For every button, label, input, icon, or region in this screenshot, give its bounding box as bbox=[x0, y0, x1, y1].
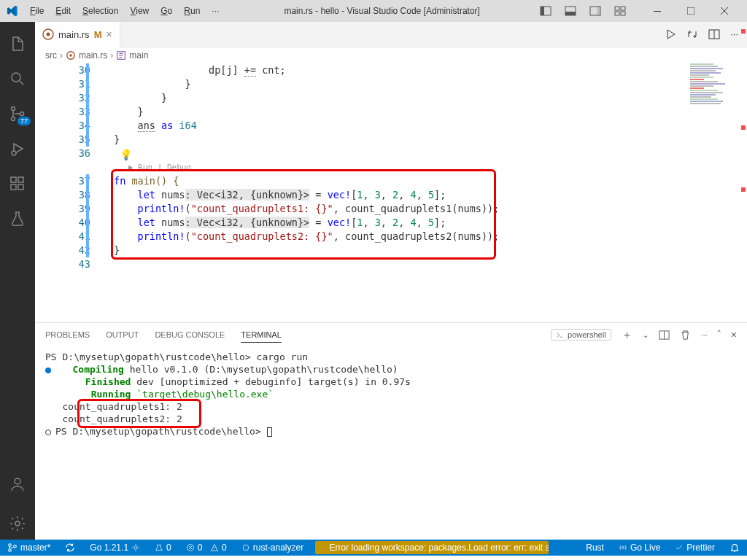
status-language[interactable]: Rust bbox=[583, 542, 607, 553]
svg-point-30 bbox=[9, 544, 12, 547]
extensions-icon[interactable] bbox=[0, 168, 35, 200]
svg-rect-9 bbox=[621, 12, 625, 15]
status-go-live[interactable]: Go Live bbox=[616, 542, 663, 553]
explorer-icon[interactable] bbox=[0, 28, 35, 60]
svg-point-21 bbox=[15, 478, 20, 484]
testing-icon[interactable] bbox=[0, 203, 35, 235]
svg-point-32 bbox=[14, 545, 17, 548]
terminal-overview-ruler bbox=[737, 23, 747, 560]
menu-selection[interactable]: Selection bbox=[77, 3, 123, 19]
terminal-line: count_quadruplets2: 2 bbox=[45, 413, 737, 425]
breadcrumb-symbol[interactable]: main bbox=[129, 50, 148, 61]
svg-point-16 bbox=[12, 151, 16, 155]
svg-point-12 bbox=[12, 73, 20, 82]
tab-main-rs[interactable]: main.rs M × bbox=[35, 22, 120, 47]
editor-content[interactable]: 30 31 32 33 34 35 36 37 38 39 40 41 42 4… bbox=[35, 63, 747, 322]
terminal-line: Running `target\debug\hello.exe` bbox=[45, 388, 737, 400]
split-terminal-icon[interactable] bbox=[659, 330, 670, 341]
status-warning-message[interactable]: Error loading workspace: packages.Load e… bbox=[315, 541, 549, 554]
terminal-line: Finished dev [unoptimized + debuginfo] t… bbox=[45, 376, 737, 388]
svg-rect-11 bbox=[687, 7, 694, 15]
status-go-version[interactable]: Go 1.21.1 bbox=[87, 542, 143, 553]
tab-close-icon[interactable]: × bbox=[106, 28, 112, 40]
rust-file-icon bbox=[66, 50, 76, 61]
search-icon[interactable] bbox=[0, 63, 35, 95]
panel-tab-problems[interactable]: PROBLEMS bbox=[45, 327, 90, 342]
split-editor-icon[interactable] bbox=[708, 28, 720, 40]
accounts-icon[interactable] bbox=[0, 468, 35, 500]
svg-point-31 bbox=[9, 549, 12, 552]
status-analyzing[interactable]: 0 bbox=[152, 542, 174, 553]
menu-more[interactable]: ··· bbox=[206, 3, 224, 19]
menu-run[interactable]: Run bbox=[179, 3, 205, 19]
line-number: 30 bbox=[35, 63, 90, 77]
line-number: 36 bbox=[35, 147, 90, 160]
breadcrumb[interactable]: src › main.rs › main bbox=[35, 47, 747, 63]
line-number: 31 bbox=[35, 77, 90, 91]
panel-tab-output[interactable]: OUTPUT bbox=[106, 327, 139, 342]
status-rust-analyzer[interactable]: rust-analyzer bbox=[239, 542, 306, 553]
status-branch[interactable]: master* bbox=[4, 542, 53, 553]
panel-tab-terminal[interactable]: TERMINAL bbox=[241, 327, 282, 343]
chevron-right-icon: › bbox=[60, 50, 63, 61]
svg-rect-5 bbox=[597, 7, 600, 15]
breadcrumb-src[interactable]: src bbox=[45, 50, 57, 61]
close-panel-icon[interactable]: × bbox=[731, 329, 737, 341]
settings-gear-icon[interactable] bbox=[0, 508, 35, 540]
menu-bar: File Edit Selection View Go Run ··· bbox=[25, 3, 224, 19]
svg-point-36 bbox=[622, 547, 624, 549]
kill-terminal-icon[interactable] bbox=[680, 330, 691, 341]
menu-go[interactable]: Go bbox=[155, 3, 177, 19]
vscode-icon bbox=[6, 5, 18, 17]
terminal-dropdown-icon[interactable]: ⌄ bbox=[643, 331, 649, 339]
line-number: 40 bbox=[35, 216, 90, 230]
terminal-shell-selector[interactable]: powershell bbox=[551, 329, 611, 341]
line-number: 37 bbox=[35, 174, 90, 188]
close-button[interactable] bbox=[708, 0, 741, 22]
title-bar: File Edit Selection View Go Run ··· main… bbox=[0, 0, 747, 22]
source-control-icon[interactable]: 77 bbox=[0, 98, 35, 130]
svg-rect-17 bbox=[11, 177, 16, 182]
status-sync[interactable] bbox=[62, 542, 78, 553]
minimize-button[interactable] bbox=[640, 0, 674, 22]
minimap[interactable] bbox=[690, 63, 737, 151]
gutter: 30 31 32 33 34 35 36 37 38 39 40 41 42 4… bbox=[35, 63, 105, 271]
line-number: 34 bbox=[35, 119, 90, 133]
tab-modified-indicator: M bbox=[94, 29, 102, 40]
svg-point-14 bbox=[12, 117, 15, 121]
panel-tab-debug[interactable]: DEBUG CONSOLE bbox=[155, 327, 225, 342]
svg-rect-7 bbox=[621, 7, 625, 10]
menu-edit[interactable]: Edit bbox=[50, 3, 76, 19]
status-prettier[interactable]: Prettier bbox=[672, 542, 718, 553]
menu-file[interactable]: File bbox=[25, 3, 49, 19]
customize-layout-icon[interactable] bbox=[614, 5, 626, 17]
toggle-secondary-icon[interactable] bbox=[589, 5, 601, 17]
line-number: 35 bbox=[35, 133, 90, 147]
diff-icon[interactable] bbox=[686, 28, 698, 40]
svg-rect-6 bbox=[615, 7, 619, 10]
more-terminal-icon[interactable]: ··· bbox=[701, 330, 708, 339]
svg-point-24 bbox=[47, 33, 50, 36]
svg-rect-19 bbox=[18, 184, 23, 190]
toggle-panel-icon[interactable] bbox=[565, 5, 576, 17]
maximize-panel-icon[interactable]: ˆ bbox=[718, 330, 721, 340]
new-terminal-icon[interactable]: ＋ bbox=[622, 328, 632, 342]
run-icon[interactable] bbox=[665, 28, 676, 40]
breadcrumb-file[interactable]: main.rs bbox=[79, 50, 107, 61]
svg-point-22 bbox=[15, 521, 20, 526]
svg-point-27 bbox=[69, 54, 72, 57]
terminal-line: PS D:\mysetup\gopath\rustcode\hello> car… bbox=[45, 351, 737, 363]
window-title: main.rs - hello - Visual Studio Code [Ad… bbox=[224, 6, 540, 16]
svg-rect-1 bbox=[541, 7, 544, 15]
terminal-content[interactable]: PS D:\mysetup\gopath\rustcode\hello> car… bbox=[35, 346, 747, 540]
svg-rect-10 bbox=[654, 11, 661, 12]
menu-view[interactable]: View bbox=[125, 3, 154, 19]
svg-rect-8 bbox=[615, 12, 619, 15]
run-debug-icon[interactable] bbox=[0, 133, 35, 165]
line-number: 43 bbox=[35, 257, 90, 271]
toggle-sidebar-icon[interactable] bbox=[540, 5, 551, 17]
maximize-button[interactable] bbox=[674, 0, 708, 22]
svg-rect-3 bbox=[565, 12, 576, 15]
svg-point-15 bbox=[20, 112, 24, 116]
status-problems[interactable]: 0 0 bbox=[183, 542, 230, 553]
